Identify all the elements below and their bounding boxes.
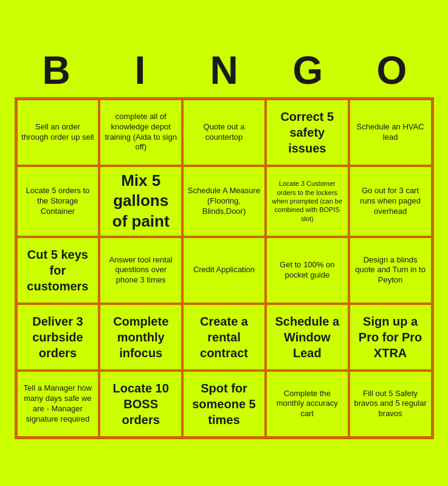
bingo-cell[interactable]: Complete monthly infocus bbox=[99, 304, 182, 371]
letter-o: O bbox=[350, 47, 434, 94]
bingo-cell[interactable]: Schedule A Measure (Flooring, Blinds,Doo… bbox=[182, 166, 266, 237]
bingo-cell[interactable]: Complete the monthly accuracy cart bbox=[266, 371, 349, 437]
bingo-cell[interactable]: Go out for 3 cart runs when paged overhe… bbox=[349, 166, 432, 237]
bingo-cell[interactable]: Answer tool rental questions over phone … bbox=[99, 237, 182, 304]
bingo-grid: Sell an order through order up sellcompl… bbox=[15, 97, 434, 439]
bingo-cell[interactable]: Locate 5 orders to the Storage Container bbox=[16, 166, 100, 237]
bingo-cell[interactable]: Schedule a Window Lead bbox=[266, 304, 349, 371]
bingo-cell[interactable]: Schedule an HVAC lead bbox=[349, 99, 432, 166]
letter-b: B bbox=[15, 47, 98, 94]
bingo-cell[interactable]: Fill out 5 Safety bravos and 5 regular b… bbox=[349, 371, 432, 437]
bingo-cell[interactable]: Quote out a countertop bbox=[182, 99, 266, 166]
bingo-cell[interactable]: Credit Application bbox=[182, 237, 266, 304]
letter-i: I bbox=[98, 47, 182, 94]
letter-g: G bbox=[266, 47, 350, 94]
bingo-cell[interactable]: Cut 5 keys for customers bbox=[16, 237, 100, 304]
bingo-cell[interactable]: Tell a Manager how many days safe we are… bbox=[16, 371, 100, 437]
bingo-cell[interactable]: Design a blinds quote and Turn in to Pey… bbox=[349, 237, 432, 304]
bingo-cell[interactable]: Create a rental contract bbox=[182, 304, 266, 371]
bingo-cell[interactable]: Sign up a Pro for Pro XTRA bbox=[349, 304, 432, 371]
bingo-cell[interactable]: Deliver 3 curbside orders bbox=[16, 304, 100, 371]
bingo-card: B I N G O Sell an order through order up… bbox=[9, 41, 440, 445]
bingo-cell[interactable]: Correct 5 safety issues bbox=[266, 99, 349, 166]
letter-n: N bbox=[182, 47, 266, 94]
bingo-cell[interactable]: Get to 100% on pocket guide bbox=[266, 237, 349, 304]
bingo-cell[interactable]: Mix 5 gallons of paint bbox=[99, 166, 182, 237]
bingo-cell[interactable]: Spot for someone 5 times bbox=[182, 371, 266, 437]
bingo-cell[interactable]: Locate 10 BOSS orders bbox=[99, 371, 182, 437]
bingo-cell[interactable]: complete all of knowledge depot training… bbox=[99, 99, 182, 166]
bingo-cell[interactable]: Locate 3 Customer orders to the lockers … bbox=[266, 166, 349, 237]
bingo-cell[interactable]: Sell an order through order up sell bbox=[16, 99, 100, 166]
bingo-header: B I N G O bbox=[15, 47, 434, 94]
